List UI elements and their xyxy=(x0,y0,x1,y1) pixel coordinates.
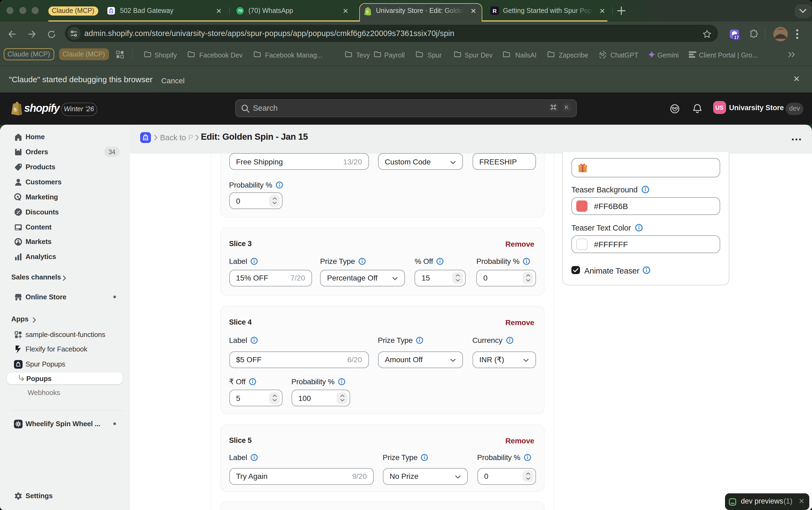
svg-text:17: 17 xyxy=(734,35,739,39)
svg-text:S: S xyxy=(13,106,17,113)
svg-text:70: 70 xyxy=(238,8,242,13)
svg-text:S: S xyxy=(366,9,368,14)
svg-text:R: R xyxy=(492,8,497,14)
svg-text:$: $ xyxy=(17,239,19,244)
